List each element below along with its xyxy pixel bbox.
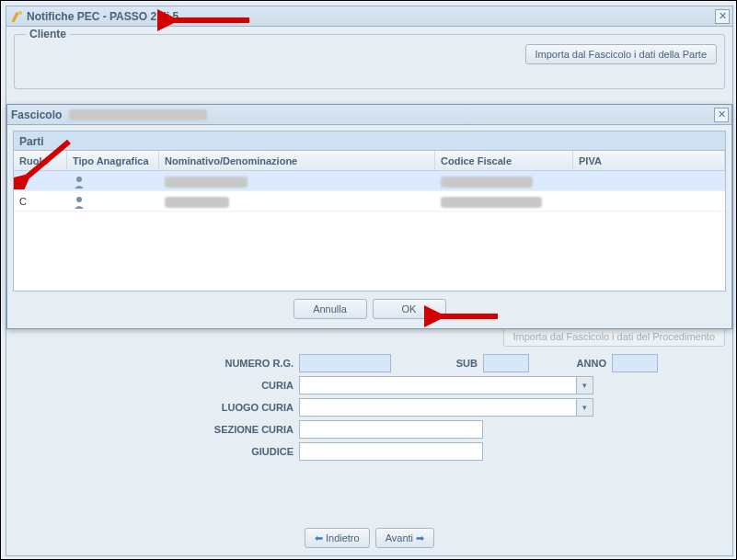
fieldset-cliente: Cliente Importa dal Fascicolo i dati del… [14,34,725,89]
col-tipo[interactable]: Tipo Anagrafica [67,151,159,170]
next-label: Avanti [386,532,413,543]
cell-tipo [67,171,159,190]
next-button[interactable]: Avanti ➡ [375,528,434,548]
luogo-curia-combo[interactable]: ▾ [299,398,593,417]
label-sezione-curia: SEZIONE CURIA [14,424,299,435]
svg-point-2 [76,197,82,202]
close-icon[interactable]: ✕ [714,108,729,122]
anno-input[interactable] [612,354,658,372]
col-cf[interactable]: Codice Fiscale [435,151,573,170]
grid-header: Ruolo Tipo Anagrafica Nominativo/Denomin… [14,151,725,171]
window-title: Notifiche PEC - PASSO 2 di 5 [27,10,178,23]
numero-rg-input[interactable] [299,354,391,372]
label-numero-rg: NUMERO R.G. [14,358,299,369]
footer-nav: ⬅ Indietro Avanti ➡ [6,528,732,548]
modal-titlebar: Fascicolo ✕ [7,105,731,125]
svg-point-1 [76,177,82,182]
label-giudice: GIUDICE [14,446,299,457]
col-piva[interactable]: PIVA [573,151,725,170]
cell-ruolo: C [14,191,67,211]
person-icon [73,196,86,207]
fieldset-legend-cliente: Cliente [26,28,70,40]
cancel-button[interactable]: Annulla [294,299,367,319]
cell-cf [435,191,573,211]
modal-title-label: Fascicolo [11,109,62,121]
cell-tipo [67,191,159,211]
modal-title-redacted [69,109,207,120]
label-luogo-curia: LUOGO CURIA [14,402,299,413]
label-anno: ANNO [566,358,612,369]
notification-icon [10,9,23,23]
fascicolo-modal: Fascicolo ✕ Parti Ruolo Tipo Anagrafica … [6,104,732,329]
chevron-down-icon[interactable]: ▾ [576,399,593,416]
parti-grid: Ruolo Tipo Anagrafica Nominativo/Denomin… [13,151,726,291]
label-curia: CURIA [14,380,299,391]
row-curia: CURIA ▾ [14,376,725,394]
panel-title-parti: Parti [13,131,726,151]
curia-input[interactable] [300,377,576,394]
arrow-left-icon: ⬅ [315,532,323,543]
luogo-curia-input[interactable] [300,399,576,416]
person-icon [73,176,86,187]
table-row[interactable]: C [14,191,725,211]
label-sub: SUB [446,358,483,369]
main-titlebar: Notifiche PEC - PASSO 2 di 5 ✕ [6,6,732,27]
cell-nominativo [159,171,435,190]
cell-ruolo: P [14,171,67,190]
modal-buttons: Annulla OK [13,299,726,319]
cell-nominativo [159,191,435,211]
arrow-right-icon: ➡ [416,532,424,543]
col-ruolo[interactable]: Ruolo [14,151,67,170]
close-icon[interactable]: ✕ [715,9,730,24]
svg-point-0 [18,11,22,15]
table-row[interactable]: P [14,171,725,191]
row-numero-rg: NUMERO R.G. SUB ANNO [14,354,725,372]
sezione-curia-input[interactable] [299,420,483,439]
chevron-down-icon[interactable]: ▾ [576,377,593,394]
import-parte-button[interactable]: Importa dal Fascicolo i dati della Parte [525,44,717,64]
curia-combo[interactable]: ▾ [299,376,593,394]
sub-input[interactable] [483,354,529,372]
cell-piva [573,191,725,211]
import-procedimento-button: Importa dal Fascicolo i dati del Procedi… [503,326,726,347]
back-label: Indietro [326,532,360,543]
ok-button[interactable]: OK [373,299,446,319]
row-giudice: GIUDICE [14,442,725,461]
row-sezione-curia: SEZIONE CURIA [14,420,725,439]
col-nominativo[interactable]: Nominativo/Denominazione [159,151,435,170]
cell-cf [435,171,573,190]
giudice-input[interactable] [299,442,483,461]
back-button[interactable]: ⬅ Indietro [305,528,370,548]
grid-body: PC [14,171,725,291]
row-luogo-curia: LUOGO CURIA ▾ [14,398,725,417]
cell-piva [573,171,725,190]
